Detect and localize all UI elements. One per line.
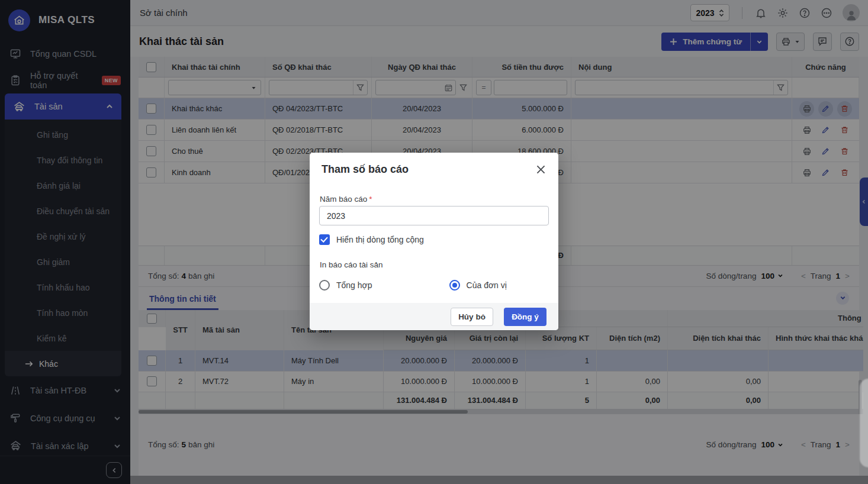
show-total-row-option[interactable]: Hiển thị dòng tổng cộng [319,234,424,245]
dialog-title: Tham số báo cáo [322,163,409,176]
radio-option-unit[interactable]: Của đơn vị [449,280,507,291]
report-year-input[interactable] [319,206,549,225]
dialog-footer: Hủy bỏ Đồng ý [310,303,558,330]
close-icon[interactable] [534,163,548,176]
radio-label: Của đơn vị [467,280,507,290]
required-asterisk: * [369,195,372,204]
radio-option-summary[interactable]: Tổng hợp [319,280,372,291]
radio-unselected-icon[interactable] [319,280,330,291]
radio-label: Tổng hợp [336,280,372,290]
year-field-label: Năm báo cáo* [320,195,372,204]
cancel-button[interactable]: Hủy bỏ [451,308,493,326]
floating-widget-edge [860,379,868,467]
report-params-dialog: Tham số báo cáo Năm báo cáo* Hiển thị dò… [310,153,558,330]
checkbox-label: Hiển thị dòng tổng cộng [336,235,424,244]
radio-selected-icon[interactable] [449,280,460,291]
ok-button[interactable]: Đồng ý [504,308,546,326]
report-scope-options: Tổng hợp Của đơn vị [319,280,549,291]
print-report-section-label: In báo cáo tài sản [320,260,383,269]
checked-checkbox[interactable] [319,234,330,245]
